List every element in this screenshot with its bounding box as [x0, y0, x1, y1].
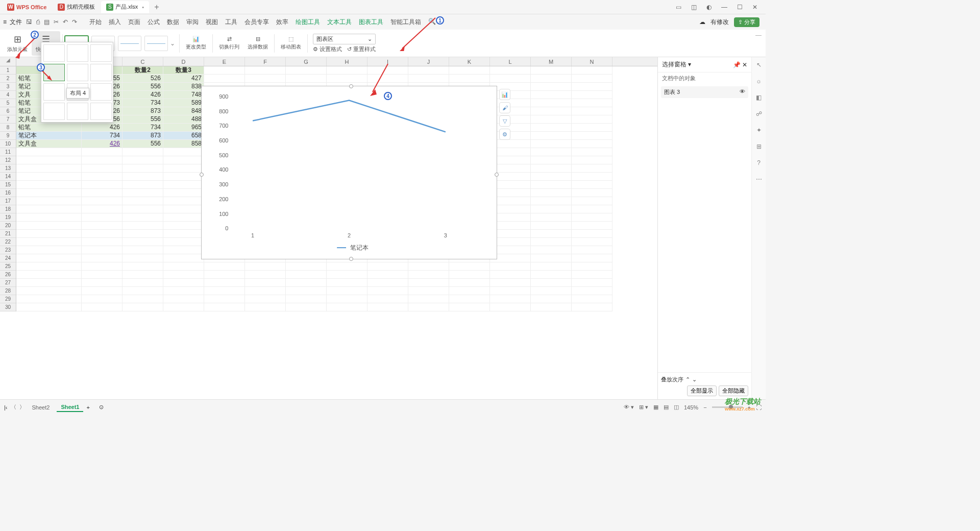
layout-icon[interactable]: ▭: [674, 4, 683, 11]
show-all-button[interactable]: 全部显示: [687, 385, 717, 396]
layout-3[interactable]: [90, 44, 112, 62]
zoom-out-icon[interactable]: −: [703, 404, 706, 411]
hide-all-button[interactable]: 全部隐藏: [719, 385, 748, 396]
tab-text-tools[interactable]: 文本工具: [327, 18, 352, 27]
layout-1[interactable]: [43, 44, 65, 62]
chart-style-3[interactable]: [118, 36, 141, 51]
template-tab[interactable]: D找稻壳模板: [53, 1, 100, 13]
sheet-nav-first[interactable]: |‹: [4, 404, 8, 411]
share-button[interactable]: ⇪ 分享: [734, 17, 760, 27]
undo-icon[interactable]: ↶: [63, 18, 68, 26]
eye-status-icon[interactable]: 👁 ▾: [624, 404, 634, 411]
add-sheet-button[interactable]: +: [86, 404, 89, 411]
chart-side-buttons: 📊 🖌 ▽ ⚙: [499, 89, 510, 140]
annotation-bubble-1: 1: [436, 16, 444, 25]
reset-style-button[interactable]: ↺ 重置样式: [347, 45, 376, 53]
chart-brush-icon[interactable]: 🖌: [499, 102, 510, 113]
collapse-ribbon-icon[interactable]: —: [755, 32, 762, 39]
tab-efficiency[interactable]: 效率: [276, 18, 288, 27]
settings-icon[interactable]: ☼: [756, 78, 762, 85]
chart-area-select[interactable]: 图表区⌄: [313, 34, 376, 44]
hamburger-icon[interactable]: ≡: [3, 18, 7, 26]
move-chart-button[interactable]: ⬚移动图表: [277, 31, 305, 56]
user-icon[interactable]: ◐: [704, 4, 714, 11]
quick-layout-dropdown: [41, 42, 113, 123]
tab-insert[interactable]: 插入: [109, 18, 121, 27]
layout-2[interactable]: [67, 44, 88, 62]
wps-icon: W: [7, 4, 14, 11]
layout-7[interactable]: [43, 83, 65, 101]
annotation-bubble-2: 2: [31, 31, 39, 39]
link-icon[interactable]: ☍: [756, 110, 762, 117]
modified-dot: •: [142, 4, 144, 10]
set-format-button[interactable]: ⚙ 设置格式: [313, 45, 342, 53]
new-tab-button[interactable]: +: [150, 3, 163, 12]
tab-review[interactable]: 审阅: [186, 18, 199, 27]
view-page-icon[interactable]: ▤: [664, 404, 669, 411]
change-type-button[interactable]: 📊更改类型: [182, 31, 210, 56]
chart-object[interactable]: 0100200300400500600700800900123笔记本: [201, 86, 497, 259]
row-headers[interactable]: 1234567891011121314151617181920212223242…: [0, 66, 16, 311]
sparkle-icon[interactable]: ✦: [756, 127, 762, 134]
window-controls: ▭ ◫ ◐ — ☐ ✕: [674, 4, 764, 11]
pane-item-chart3[interactable]: 图表 3 👁: [661, 86, 748, 98]
layout-10[interactable]: [43, 103, 65, 120]
save-icon[interactable]: 🖫: [26, 18, 32, 26]
annotation-arrow-2: [15, 35, 41, 60]
tab-data[interactable]: 数据: [167, 18, 179, 27]
select-all-corner[interactable]: ◢: [0, 57, 16, 66]
down-icon[interactable]: ⌄: [692, 376, 697, 383]
chart-elements-icon[interactable]: 📊: [499, 89, 510, 100]
layout-6[interactable]: [90, 64, 112, 81]
more-icon[interactable]: ⋯: [756, 176, 762, 183]
sheet-tab-sheet1[interactable]: Sheet1: [57, 403, 83, 412]
layout-5[interactable]: [67, 64, 88, 81]
tab-page[interactable]: 页面: [128, 18, 140, 27]
close-icon[interactable]: ✕: [750, 4, 760, 11]
file-tab[interactable]: S产品.xlsx•: [101, 1, 149, 13]
minimize-icon[interactable]: —: [720, 4, 729, 11]
layout-11[interactable]: [67, 103, 88, 120]
cut-icon[interactable]: ✂: [54, 18, 59, 26]
view-normal-icon[interactable]: ▦: [653, 404, 658, 411]
tab-drawing-tools[interactable]: 绘图工具: [296, 18, 320, 27]
maximize-icon[interactable]: ☐: [735, 4, 744, 11]
chart-filter-icon[interactable]: ▽: [499, 115, 510, 127]
tab-view[interactable]: 视图: [206, 18, 218, 27]
zoom-value[interactable]: 145%: [684, 404, 698, 411]
close-pane-icon[interactable]: ✕: [742, 61, 747, 68]
file-menu[interactable]: 文件: [10, 18, 22, 27]
chart-settings-icon[interactable]: ⚙: [499, 129, 510, 140]
layout-12[interactable]: [90, 103, 112, 120]
switch-rowcol-button[interactable]: ⇄切换行列: [215, 31, 243, 56]
tab-formula[interactable]: 公式: [148, 18, 160, 27]
gallery-more-icon[interactable]: ⌄: [168, 40, 177, 47]
tab-tools[interactable]: 工具: [225, 18, 237, 27]
print-icon[interactable]: ⎙: [36, 18, 40, 26]
sheet-nav-prev[interactable]: 〈: [11, 403, 16, 411]
grid-status-icon[interactable]: ⊞ ▾: [639, 404, 648, 411]
eye-icon[interactable]: 👁: [740, 88, 745, 96]
sheet-nav-next[interactable]: 〉: [19, 403, 25, 411]
svg-marker-18: [15, 53, 20, 59]
cursor-icon[interactable]: ↖: [756, 61, 762, 68]
layout-9[interactable]: [90, 83, 112, 101]
view-break-icon[interactable]: ◫: [674, 404, 679, 411]
cube-icon[interactable]: ◫: [689, 4, 698, 11]
chart-style-4[interactable]: [144, 36, 168, 51]
tab-start[interactable]: 开始: [89, 18, 102, 27]
pin-icon[interactable]: 📌: [733, 61, 741, 68]
help-icon[interactable]: ?: [757, 159, 761, 166]
select-data-button[interactable]: ⊟选择数据: [243, 31, 272, 56]
record-icon[interactable]: ⊙: [99, 404, 104, 411]
sheet-tab-sheet2[interactable]: Sheet2: [28, 403, 54, 412]
up-icon[interactable]: ⌃: [685, 376, 690, 383]
preview-icon[interactable]: ▤: [44, 18, 50, 26]
cloud-icon[interactable]: ☁: [699, 18, 705, 26]
tab-chart-tools[interactable]: 图表工具: [359, 18, 383, 27]
tab-member[interactable]: 会员专享: [244, 18, 269, 27]
menu-bar: ≡ 文件 🖫 ⎙ ▤ ✂ ↶ ↷ 开始 插入 页面 公式 数据 审阅 视图 工具…: [0, 14, 766, 30]
redo-icon[interactable]: ↷: [72, 18, 77, 26]
grid-icon[interactable]: ⊞: [756, 143, 762, 150]
layers-icon[interactable]: ◧: [756, 94, 762, 101]
